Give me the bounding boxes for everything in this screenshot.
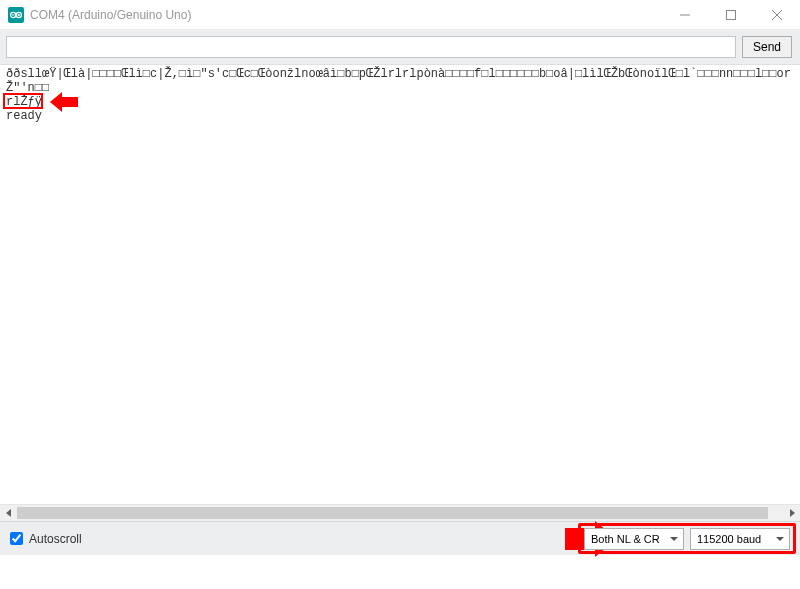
command-row: Send	[0, 30, 800, 64]
baud-rate-select[interactable]: 115200 baud	[690, 528, 790, 550]
line-ending-value: Both NL & CR	[591, 533, 660, 545]
maximize-button[interactable]	[708, 0, 754, 29]
annotation-box-ready	[3, 93, 43, 109]
command-input[interactable]	[6, 36, 736, 58]
autoscroll-label: Autoscroll	[29, 532, 82, 546]
line-ending-select[interactable]: Both NL & CR	[584, 528, 684, 550]
window-title: COM4 (Arduino/Genuino Uno)	[30, 8, 191, 22]
send-button[interactable]: Send	[742, 36, 792, 58]
output-line-ready: ready	[6, 109, 42, 123]
horizontal-scrollbar[interactable]	[0, 504, 800, 521]
autoscroll-input[interactable]	[10, 532, 23, 545]
svg-marker-10	[6, 509, 11, 517]
minimize-button[interactable]	[662, 0, 708, 29]
scroll-track[interactable]	[17, 505, 783, 521]
scroll-thumb[interactable]	[17, 507, 768, 519]
svg-rect-7	[727, 10, 736, 19]
titlebar: COM4 (Arduino/Genuino Uno)	[0, 0, 800, 30]
baud-rate-value: 115200 baud	[697, 533, 761, 545]
footer-bar: Autoscroll Both NL & CR 115200 baud	[0, 521, 800, 555]
scroll-right-button[interactable]	[783, 505, 800, 522]
svg-marker-11	[790, 509, 795, 517]
output-line: ððsllœŸ|Œlà|□□□□Œlì□c|Ž,□ì□"s'c□Œc□Œòonž…	[6, 67, 791, 95]
scroll-left-button[interactable]	[0, 505, 17, 522]
close-button[interactable]	[754, 0, 800, 29]
arduino-icon	[8, 7, 24, 23]
window-controls	[662, 0, 800, 29]
output-text: ððsllœŸ|Œlà|□□□□Œlì□c|Ž,□ì□"s'c□Œc□Œòonž…	[0, 65, 800, 125]
serial-output: ððsllœŸ|Œlà|□□□□Œlì□c|Ž,□ì□"s'c□Œc□Œòonž…	[0, 64, 800, 521]
autoscroll-checkbox[interactable]: Autoscroll	[10, 532, 82, 546]
